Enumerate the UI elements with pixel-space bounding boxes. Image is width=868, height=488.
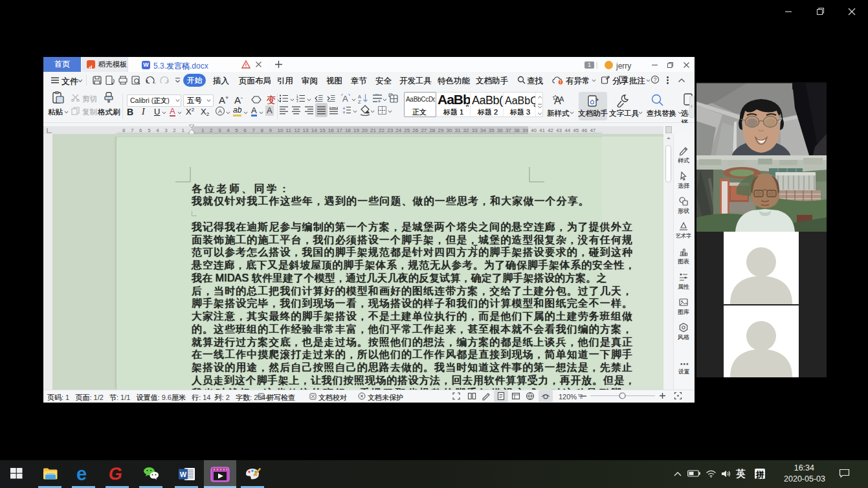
svg-text:A: A	[218, 108, 222, 115]
svg-text:Z: Z	[358, 99, 361, 104]
svg-text:W: W	[180, 471, 187, 478]
svg-text:3: 3	[296, 100, 298, 102]
svg-text:!: !	[560, 80, 561, 84]
svg-text:A: A	[559, 95, 564, 103]
svg-text:?: ?	[654, 76, 657, 83]
svg-text:A: A	[342, 94, 348, 103]
